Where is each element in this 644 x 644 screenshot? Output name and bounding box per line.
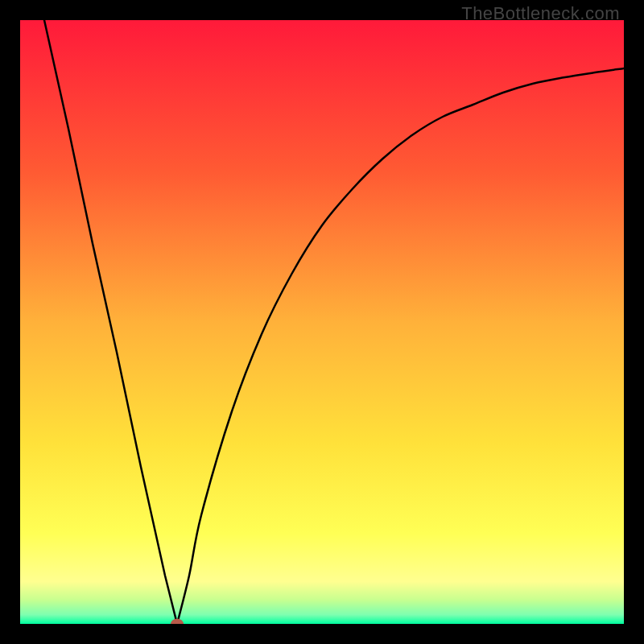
background-gradient [20,20,624,624]
bottleneck-marker [171,619,184,625]
plot-area [20,20,624,624]
svg-rect-0 [20,20,624,624]
